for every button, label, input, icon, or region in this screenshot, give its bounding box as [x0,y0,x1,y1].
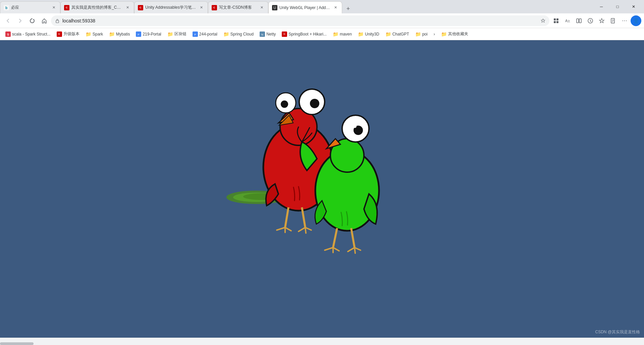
folder-icon-springcloud: 📁 [223,31,229,37]
bookmark-poi[interactable]: 📁 poi [413,30,430,38]
reload-button[interactable] [27,15,38,26]
bookmark-spark[interactable]: 📁 Spark [83,30,106,38]
extensions-button[interactable] [551,15,561,26]
back-button[interactable] [3,15,13,26]
tab-favicon-bing: b [4,5,9,10]
split-screen-button[interactable] [574,15,584,26]
folder-icon-chatgpt: 📁 [385,31,391,37]
bookmark-label-netty: Netty [266,32,276,37]
tab-title-3: Unity Addressables学习笔记(1)-... [145,5,196,10]
bookmark-scala[interactable]: S scala - Spark Struct... [3,30,53,38]
tab-write-csdn[interactable]: C 写文章-CSDN博客 ✕ [208,1,268,13]
scrollbar-thumb[interactable] [0,342,34,345]
translate-button[interactable]: A文 [562,15,573,26]
bookmark-label-scala: scala - Spark Struct... [12,32,51,37]
bookmark-label-unity3d: Unity3D [365,32,379,37]
tab-close-4[interactable]: ✕ [259,5,265,11]
svg-rect-5 [554,18,556,20]
home-button[interactable] [39,15,50,26]
tab-title-4: 写文章-CSDN博客 [219,5,257,10]
tab-close-2[interactable]: ✕ [124,5,130,11]
svg-rect-8 [556,21,558,23]
tab-webgl-player[interactable]: U Unity WebGL Player | Addressabl... ✕ [268,1,342,13]
profile-button[interactable]: 👤 [631,15,641,26]
svg-text:P: P [138,33,140,36]
tab-unity-addressables[interactable]: C Unity Addressables学习笔记(1)-... ✕ [134,1,208,13]
svg-rect-4 [56,20,59,23]
bookmark-upgrade[interactable]: C 升级版本 [54,30,82,38]
title-bar: b 必应 ✕ C 其实我是真性情的博客_CSDN博... ✕ C Unity A… [0,0,644,13]
bookmark-label-other: 其他收藏夹 [448,31,468,37]
bookmark-244portal[interactable]: P 244-portal [190,30,220,38]
svg-point-33 [310,99,319,108]
address-bar[interactable]: localhost:59338 [51,15,549,26]
bookmark-chatgpt[interactable]: 📁 ChatGPT [383,30,412,38]
bookmark-favicon-netty: N [260,31,265,37]
tab-favicon-csdn1: C [64,5,69,10]
tab-csdn-blog[interactable]: C 其实我是真性情的博客_CSDN博... ✕ [60,1,134,13]
bookmark-favicon-219: P [136,31,141,37]
folder-icon-unity3d: 📁 [358,31,364,37]
bookmark-label-springboot: SpringBoot + Hikari... [288,32,327,37]
game-scene [0,40,644,338]
bookmark-label-blockchain: 区块链 [174,31,186,37]
bookmark-springboot[interactable]: C SpringBoot + Hikari... [279,30,329,38]
bookmark-springcloud[interactable]: 📁 Spring Cloud [221,30,256,38]
bookmark-favicon-upgrade: C [57,31,62,37]
svg-text:文: 文 [568,20,570,23]
bookmark-219portal[interactable]: P 219-Portal [133,30,164,38]
svg-text:P: P [194,33,196,36]
maximize-button[interactable]: □ [610,1,625,12]
bookmark-mybatis[interactable]: 📁 Mybatis [106,30,132,38]
bookmark-label-chatgpt: ChatGPT [392,32,409,37]
collections-button[interactable] [608,15,619,26]
folder-icon-other: 📁 [441,31,447,37]
bookmark-unity3d[interactable]: 📁 Unity3D [355,30,382,38]
folder-icon-poi: 📁 [415,31,421,37]
tab-close-1[interactable]: ✕ [51,5,57,11]
bookmark-more-arrow[interactable]: › [431,30,438,38]
bookmark-blockchain[interactable]: 📁 区块链 [165,30,189,38]
bookmark-favicon-springboot: C [282,31,287,37]
folder-icon-spark: 📁 [86,31,91,37]
bookmark-label-upgrade: 升级版本 [63,31,79,37]
bookmark-label-244: 244-portal [199,32,217,37]
status-bar [0,338,644,345]
bookmark-label-219: 219-Portal [143,32,161,37]
window-controls: ─ □ ✕ [591,0,644,13]
tab-favicon-csdn3: C [212,5,217,10]
lock-icon [55,18,60,23]
bookmark-label-poi: poi [422,32,428,37]
folder-icon-maven: 📁 [333,31,338,37]
svg-text:S: S [7,33,9,36]
toolbar-actions: A文 ⋯ 👤 [551,15,641,26]
favorites-button[interactable] [596,15,607,26]
tab-close-3[interactable]: ✕ [198,5,204,11]
bookmark-other-favorites[interactable]: 📁 其他收藏夹 [438,30,471,38]
svg-rect-6 [556,18,558,20]
scrollbar-track[interactable] [0,342,644,345]
toolbar: localhost:59338 A文 ⋯ 👤 [0,13,644,28]
bookmark-maven[interactable]: 📁 maven [330,30,355,38]
tabs-container: b 必应 ✕ C 其实我是真性情的博客_CSDN博... ✕ C Unity A… [0,0,591,13]
minimize-button[interactable]: ─ [594,1,609,12]
browser-window: b 必应 ✕ C 其实我是真性情的博客_CSDN博... ✕ C Unity A… [0,0,644,345]
forward-button[interactable] [15,15,25,26]
svg-text:b: b [5,6,7,10]
bookmark-netty[interactable]: N Netty [257,30,278,38]
settings-button[interactable]: ⋯ [619,15,630,26]
bookmark-label-maven: maven [340,32,352,37]
close-button[interactable]: ✕ [626,1,641,12]
bookmark-label-mybatis: Mybatis [116,32,130,37]
bookmarks-bar: S scala - Spark Struct... C 升级版本 📁 Spark… [0,28,644,40]
tab-close-5[interactable]: ✕ [332,5,338,11]
tab-bing[interactable]: b 必应 ✕ [0,1,60,13]
svg-point-43 [353,125,357,128]
tab-title-1: 必应 [11,5,49,10]
bookmark-label-spark: Spark [93,32,103,37]
svg-rect-11 [577,19,579,23]
new-tab-button[interactable]: + [343,4,353,13]
tab-favicon-csdn2: C [138,5,143,10]
browser-essentials-button[interactable] [585,15,596,26]
svg-text:U: U [273,6,276,10]
